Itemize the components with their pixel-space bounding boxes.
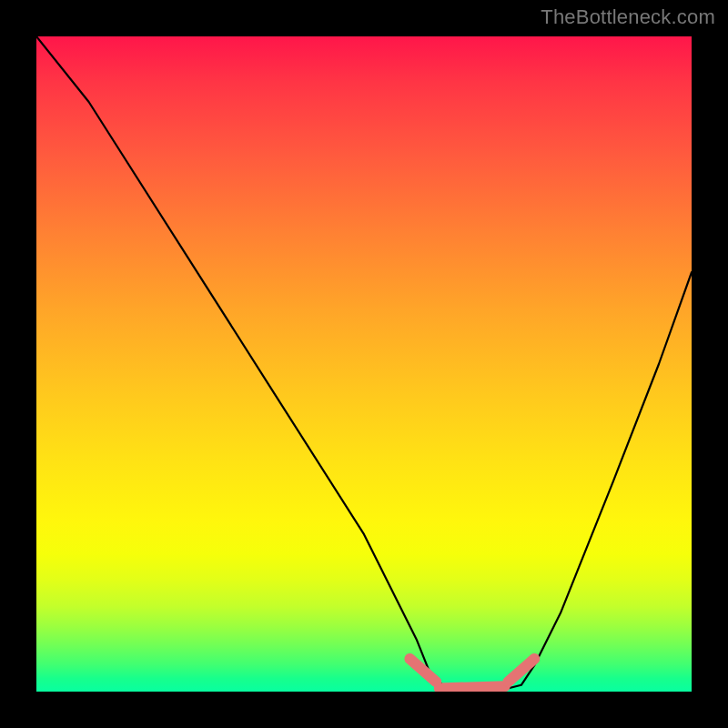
minimum-highlight	[410, 659, 534, 688]
watermark-label: TheBottleneck.com	[541, 5, 715, 29]
plot-area	[36, 36, 692, 692]
minimum-highlight-segment	[410, 659, 436, 682]
bottleneck-curve	[36, 36, 692, 692]
curve-layer	[36, 36, 692, 692]
chart-frame: TheBottleneck.com	[0, 0, 728, 728]
minimum-highlight-segment	[440, 686, 505, 688]
